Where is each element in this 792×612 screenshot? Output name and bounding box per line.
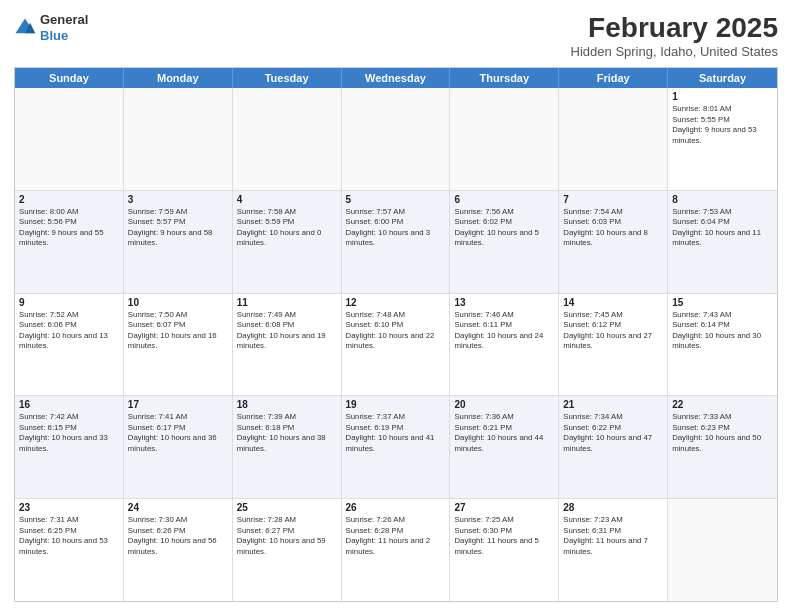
day-number: 24 xyxy=(128,502,228,513)
cell-sun-info: Sunrise: 7:36 AM Sunset: 6:21 PM Dayligh… xyxy=(454,412,554,454)
calendar-cell-r1c4 xyxy=(342,88,451,190)
cell-sun-info: Sunrise: 7:34 AM Sunset: 6:22 PM Dayligh… xyxy=(563,412,663,454)
header-day-friday: Friday xyxy=(559,68,668,88)
day-number: 14 xyxy=(563,297,663,308)
cell-sun-info: Sunrise: 7:31 AM Sunset: 6:25 PM Dayligh… xyxy=(19,515,119,557)
cell-sun-info: Sunrise: 7:25 AM Sunset: 6:30 PM Dayligh… xyxy=(454,515,554,557)
day-number: 15 xyxy=(672,297,773,308)
day-number: 10 xyxy=(128,297,228,308)
cell-sun-info: Sunrise: 7:56 AM Sunset: 6:02 PM Dayligh… xyxy=(454,207,554,249)
calendar-cell-r3c3: 11Sunrise: 7:49 AM Sunset: 6:08 PM Dayli… xyxy=(233,294,342,396)
header-day-tuesday: Tuesday xyxy=(233,68,342,88)
day-number: 23 xyxy=(19,502,119,513)
calendar-cell-r5c1: 23Sunrise: 7:31 AM Sunset: 6:25 PM Dayli… xyxy=(15,499,124,601)
header-day-sunday: Sunday xyxy=(15,68,124,88)
day-number: 2 xyxy=(19,194,119,205)
cell-sun-info: Sunrise: 7:53 AM Sunset: 6:04 PM Dayligh… xyxy=(672,207,773,249)
calendar-header: SundayMondayTuesdayWednesdayThursdayFrid… xyxy=(15,68,777,88)
calendar-row-3: 9Sunrise: 7:52 AM Sunset: 6:06 PM Daylig… xyxy=(15,294,777,397)
header-day-monday: Monday xyxy=(124,68,233,88)
day-number: 7 xyxy=(563,194,663,205)
calendar-cell-r2c4: 5Sunrise: 7:57 AM Sunset: 6:00 PM Daylig… xyxy=(342,191,451,293)
day-number: 8 xyxy=(672,194,773,205)
cell-sun-info: Sunrise: 7:59 AM Sunset: 5:57 PM Dayligh… xyxy=(128,207,228,249)
calendar-cell-r4c6: 21Sunrise: 7:34 AM Sunset: 6:22 PM Dayli… xyxy=(559,396,668,498)
calendar-cell-r1c3 xyxy=(233,88,342,190)
cell-sun-info: Sunrise: 7:50 AM Sunset: 6:07 PM Dayligh… xyxy=(128,310,228,352)
calendar-cell-r2c5: 6Sunrise: 7:56 AM Sunset: 6:02 PM Daylig… xyxy=(450,191,559,293)
day-number: 25 xyxy=(237,502,337,513)
title-block: February 2025 Hidden Spring, Idaho, Unit… xyxy=(571,12,778,59)
day-number: 1 xyxy=(672,91,773,102)
day-number: 5 xyxy=(346,194,446,205)
day-number: 20 xyxy=(454,399,554,410)
calendar-cell-r3c5: 13Sunrise: 7:46 AM Sunset: 6:11 PM Dayli… xyxy=(450,294,559,396)
calendar-cell-r2c1: 2Sunrise: 8:00 AM Sunset: 5:56 PM Daylig… xyxy=(15,191,124,293)
cell-sun-info: Sunrise: 7:45 AM Sunset: 6:12 PM Dayligh… xyxy=(563,310,663,352)
calendar-cell-r1c7: 1Sunrise: 8:01 AM Sunset: 5:55 PM Daylig… xyxy=(668,88,777,190)
day-number: 16 xyxy=(19,399,119,410)
calendar-row-1: 1Sunrise: 8:01 AM Sunset: 5:55 PM Daylig… xyxy=(15,88,777,191)
day-number: 11 xyxy=(237,297,337,308)
calendar-cell-r5c3: 25Sunrise: 7:28 AM Sunset: 6:27 PM Dayli… xyxy=(233,499,342,601)
cell-sun-info: Sunrise: 7:33 AM Sunset: 6:23 PM Dayligh… xyxy=(672,412,773,454)
calendar-body: 1Sunrise: 8:01 AM Sunset: 5:55 PM Daylig… xyxy=(15,88,777,601)
calendar-cell-r1c2 xyxy=(124,88,233,190)
day-number: 21 xyxy=(563,399,663,410)
calendar-cell-r2c2: 3Sunrise: 7:59 AM Sunset: 5:57 PM Daylig… xyxy=(124,191,233,293)
cell-sun-info: Sunrise: 7:49 AM Sunset: 6:08 PM Dayligh… xyxy=(237,310,337,352)
calendar-cell-r4c1: 16Sunrise: 7:42 AM Sunset: 6:15 PM Dayli… xyxy=(15,396,124,498)
header: General Blue February 2025 Hidden Spring… xyxy=(14,12,778,59)
calendar-cell-r3c1: 9Sunrise: 7:52 AM Sunset: 6:06 PM Daylig… xyxy=(15,294,124,396)
day-number: 19 xyxy=(346,399,446,410)
calendar-cell-r1c6 xyxy=(559,88,668,190)
day-number: 17 xyxy=(128,399,228,410)
cell-sun-info: Sunrise: 7:46 AM Sunset: 6:11 PM Dayligh… xyxy=(454,310,554,352)
day-number: 9 xyxy=(19,297,119,308)
cell-sun-info: Sunrise: 7:43 AM Sunset: 6:14 PM Dayligh… xyxy=(672,310,773,352)
calendar-cell-r3c7: 15Sunrise: 7:43 AM Sunset: 6:14 PM Dayli… xyxy=(668,294,777,396)
header-day-thursday: Thursday xyxy=(450,68,559,88)
cell-sun-info: Sunrise: 7:41 AM Sunset: 6:17 PM Dayligh… xyxy=(128,412,228,454)
day-number: 3 xyxy=(128,194,228,205)
cell-sun-info: Sunrise: 7:58 AM Sunset: 5:59 PM Dayligh… xyxy=(237,207,337,249)
calendar-cell-r2c7: 8Sunrise: 7:53 AM Sunset: 6:04 PM Daylig… xyxy=(668,191,777,293)
calendar-cell-r1c1 xyxy=(15,88,124,190)
cell-sun-info: Sunrise: 8:00 AM Sunset: 5:56 PM Dayligh… xyxy=(19,207,119,249)
calendar-cell-r4c3: 18Sunrise: 7:39 AM Sunset: 6:18 PM Dayli… xyxy=(233,396,342,498)
calendar-cell-r5c6: 28Sunrise: 7:23 AM Sunset: 6:31 PM Dayli… xyxy=(559,499,668,601)
header-day-saturday: Saturday xyxy=(668,68,777,88)
day-number: 26 xyxy=(346,502,446,513)
cell-sun-info: Sunrise: 7:57 AM Sunset: 6:00 PM Dayligh… xyxy=(346,207,446,249)
day-number: 28 xyxy=(563,502,663,513)
cell-sun-info: Sunrise: 7:52 AM Sunset: 6:06 PM Dayligh… xyxy=(19,310,119,352)
logo-blue: Blue xyxy=(40,28,88,44)
calendar-cell-r1c5 xyxy=(450,88,559,190)
calendar-cell-r4c5: 20Sunrise: 7:36 AM Sunset: 6:21 PM Dayli… xyxy=(450,396,559,498)
calendar: SundayMondayTuesdayWednesdayThursdayFrid… xyxy=(14,67,778,602)
cell-sun-info: Sunrise: 7:48 AM Sunset: 6:10 PM Dayligh… xyxy=(346,310,446,352)
calendar-row-2: 2Sunrise: 8:00 AM Sunset: 5:56 PM Daylig… xyxy=(15,191,777,294)
cell-sun-info: Sunrise: 7:37 AM Sunset: 6:19 PM Dayligh… xyxy=(346,412,446,454)
cell-sun-info: Sunrise: 7:42 AM Sunset: 6:15 PM Dayligh… xyxy=(19,412,119,454)
calendar-cell-r4c7: 22Sunrise: 7:33 AM Sunset: 6:23 PM Dayli… xyxy=(668,396,777,498)
calendar-row-4: 16Sunrise: 7:42 AM Sunset: 6:15 PM Dayli… xyxy=(15,396,777,499)
page: General Blue February 2025 Hidden Spring… xyxy=(0,0,792,612)
calendar-cell-r4c2: 17Sunrise: 7:41 AM Sunset: 6:17 PM Dayli… xyxy=(124,396,233,498)
calendar-row-5: 23Sunrise: 7:31 AM Sunset: 6:25 PM Dayli… xyxy=(15,499,777,601)
calendar-cell-r2c6: 7Sunrise: 7:54 AM Sunset: 6:03 PM Daylig… xyxy=(559,191,668,293)
day-number: 27 xyxy=(454,502,554,513)
cell-sun-info: Sunrise: 7:26 AM Sunset: 6:28 PM Dayligh… xyxy=(346,515,446,557)
logo-text: General Blue xyxy=(40,12,88,43)
calendar-title: February 2025 xyxy=(571,12,778,44)
calendar-cell-r3c4: 12Sunrise: 7:48 AM Sunset: 6:10 PM Dayli… xyxy=(342,294,451,396)
logo: General Blue xyxy=(14,12,88,43)
calendar-cell-r5c2: 24Sunrise: 7:30 AM Sunset: 6:26 PM Dayli… xyxy=(124,499,233,601)
calendar-cell-r5c4: 26Sunrise: 7:26 AM Sunset: 6:28 PM Dayli… xyxy=(342,499,451,601)
cell-sun-info: Sunrise: 7:54 AM Sunset: 6:03 PM Dayligh… xyxy=(563,207,663,249)
day-number: 12 xyxy=(346,297,446,308)
day-number: 4 xyxy=(237,194,337,205)
day-number: 13 xyxy=(454,297,554,308)
cell-sun-info: Sunrise: 7:30 AM Sunset: 6:26 PM Dayligh… xyxy=(128,515,228,557)
header-day-wednesday: Wednesday xyxy=(342,68,451,88)
